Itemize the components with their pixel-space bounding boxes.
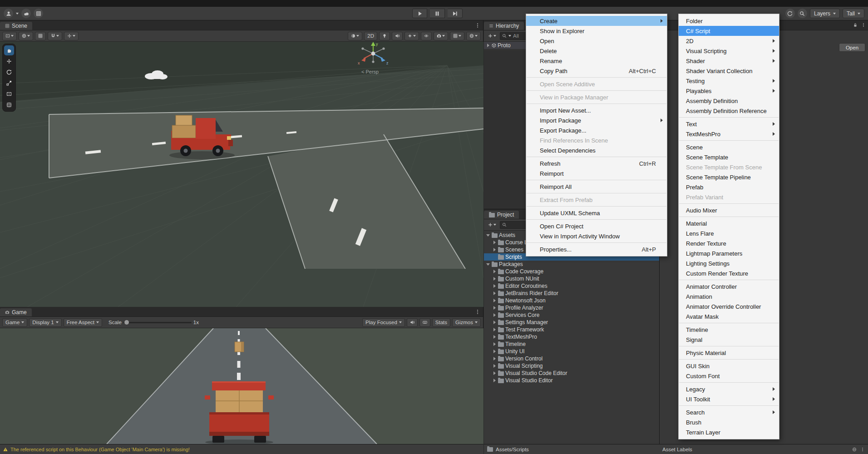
create-submenu-item[interactable]: Prefab [679,182,779,192]
create-submenu-item[interactable]: Shader [679,56,779,66]
create-submenu-item[interactable]: Visual Scripting [679,46,779,56]
move-tool[interactable] [4,56,14,66]
game-panel-menu-icon[interactable] [475,309,480,315]
view-hand-tool[interactable] [4,45,14,55]
project-tree-row[interactable]: Settings Manager [484,319,659,326]
create-submenu-item[interactable]: Legacy [679,384,779,394]
status-message[interactable]: The referenced script on this Behaviour … [10,447,190,452]
game-mode-dropdown[interactable]: Game [2,318,27,327]
toggle-2d-button[interactable]: 2D [364,32,377,40]
create-submenu-item[interactable]: Scene Template From Scene [679,162,779,172]
perspective-label[interactable]: < Persp [361,69,379,74]
play-focused-dropdown[interactable]: Play Focused [362,318,405,327]
snap-increment-dropdown[interactable] [64,32,79,40]
expander-icon[interactable] [492,356,497,361]
create-submenu-item[interactable]: Custom Render Texture [679,268,779,278]
create-submenu-item[interactable]: Lighting Settings [679,258,779,268]
context-menu-item[interactable]: Rename [526,56,667,66]
lock-icon[interactable] [853,23,858,27]
project-tree-row[interactable]: Visual Studio Code Editor [484,370,659,377]
create-submenu-item[interactable]: Custom Font [679,371,779,381]
expander-icon[interactable] [486,233,490,237]
context-menu-item[interactable]: Reimport All [526,182,667,192]
create-submenu-item[interactable]: Testing [679,76,779,86]
expander-icon[interactable] [492,306,497,310]
context-menu-item[interactable]: Update UXML Schema [526,208,667,218]
tab-game[interactable]: Game [0,308,32,316]
project-tree-row[interactable]: Version Control [484,355,659,362]
create-submenu-item[interactable]: Prefab Variant [679,192,779,202]
create-submenu-item[interactable]: GUI Skin [679,361,779,371]
context-menu-item[interactable]: Copy Path Alt+Ctrl+C [526,66,667,76]
create-submenu-item[interactable]: Material [679,218,779,228]
create-submenu-item[interactable]: Animator Override Controller [679,301,779,311]
gizmos-dropdown[interactable]: Gizmos [452,318,481,327]
add-gameobject-button[interactable] [486,32,498,40]
gizmos-visibility-dropdown[interactable] [466,32,481,40]
expander-icon[interactable] [492,342,497,346]
create-submenu-item[interactable]: TextMeshPro [679,129,779,139]
project-tree-row[interactable]: JetBrains Rider Editor [484,290,659,297]
project-tree-row[interactable]: Visual Scripting [484,362,659,370]
create-submenu-item[interactable]: Search [679,407,779,417]
context-menu-item[interactable]: Open Scene Additive [526,79,667,89]
step-button[interactable] [448,9,463,18]
create-submenu-item[interactable]: Animator Controller [679,281,779,291]
grid-visibility-button[interactable] [35,32,46,40]
rect-tool[interactable] [4,89,14,99]
create-submenu-item[interactable]: Scene [679,142,779,152]
create-submenu-item[interactable]: UI Toolkit [679,394,779,404]
create-submenu-item[interactable]: Assembly Definition [679,96,779,106]
create-submenu-item[interactable]: Shader Variant Collection [679,66,779,76]
layers-dropdown[interactable]: Layers [810,9,840,18]
context-menu-item[interactable]: Export Package... [526,125,667,135]
more-status-icon[interactable] [860,447,865,452]
scale-tool[interactable] [4,78,14,88]
create-submenu-item[interactable]: Terrain Layer [679,427,779,437]
create-submenu-item[interactable]: Render Texture [679,238,779,248]
context-menu-item[interactable]: Import Package [526,115,667,125]
scene-audio-toggle[interactable] [392,32,403,40]
create-submenu-item[interactable]: Lens Flare [679,228,779,238]
context-menu-item[interactable]: Refresh Ctrl+R [526,158,667,168]
breadcrumb[interactable]: Assets/Scripts [496,447,529,452]
expander-icon[interactable] [492,378,497,383]
create-submenu-item[interactable]: Brush [679,417,779,427]
project-tree-row[interactable]: TextMeshPro [484,333,659,340]
expander-icon[interactable] [492,364,497,368]
open-asset-button[interactable]: Open [839,43,865,52]
transform-tool[interactable] [4,100,14,110]
scale-slider[interactable] [123,322,192,323]
create-submenu-item[interactable]: Signal [679,335,779,345]
mute-audio-button[interactable] [407,318,418,327]
project-tree-row[interactable]: Code Coverage [484,268,659,275]
layout-dropdown[interactable]: Tall [843,9,864,18]
context-menu-item[interactable]: Find References In Scene [526,135,667,145]
create-submenu-item[interactable]: Scene Template [679,152,779,162]
context-menu-item[interactable]: Create [526,16,667,26]
expander-icon[interactable] [492,240,497,245]
tab-project[interactable]: Project [484,211,519,219]
context-menu-item[interactable]: Open [526,36,667,46]
create-submenu-item[interactable]: Scene Template Pipeline [679,172,779,182]
context-menu-item[interactable]: Properties... Alt+P [526,244,667,254]
scene-lighting-toggle[interactable] [379,32,390,40]
create-submenu-item[interactable]: Physic Material [679,348,779,358]
inspector-menu-icon[interactable] [861,23,866,27]
create-submenu-item[interactable]: Avatar Mask [679,311,779,321]
expander-icon[interactable] [492,298,497,303]
create-submenu-item[interactable]: Lightmap Parameters [679,248,779,258]
context-menu-item[interactable]: Select Dependencies [526,145,667,155]
expander-icon[interactable] [492,313,497,317]
expander-icon[interactable] [486,43,490,48]
expander-icon[interactable] [492,349,497,354]
expander-icon[interactable] [492,255,497,259]
context-menu-item[interactable]: View in Package Manager [526,92,667,102]
expander-icon[interactable] [492,284,497,288]
context-menu-item[interactable]: Open C# Project [526,221,667,231]
search-button[interactable] [798,9,807,18]
scene-viewport[interactable]: y x z < Persp [0,42,483,307]
project-tree-row[interactable]: Custom NUnit [484,275,659,282]
tab-hierarchy[interactable]: Hierarchy [484,22,524,30]
expander-icon[interactable] [492,320,497,325]
